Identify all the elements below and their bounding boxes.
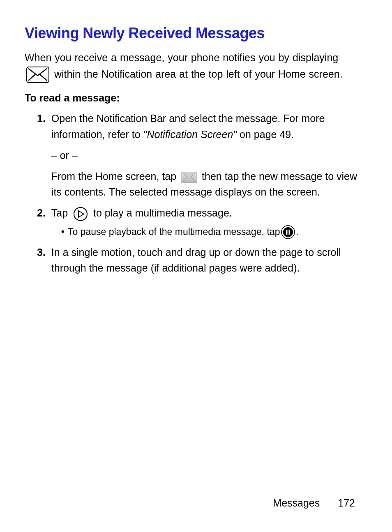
- step-2: 2. Tap to play a multimedia message. • T…: [25, 205, 367, 239]
- step-3-text: In a single motion, touch and drag up or…: [51, 246, 341, 274]
- step-1: 1. Open the Notification Bar and select …: [25, 111, 367, 200]
- step-number: 1.: [25, 111, 51, 200]
- step-3: 3. In a single motion, touch and drag up…: [25, 244, 367, 276]
- step-number: 3.: [25, 244, 51, 276]
- step-1-text-2a: From the Home screen, tap: [51, 170, 179, 182]
- step-2-text-b: to play a multimedia message.: [93, 207, 232, 219]
- bullet-item: • To pause playback of the multimedia me…: [61, 225, 363, 240]
- step-content: Open the Notification Bar and select the…: [51, 111, 367, 200]
- footer-section: Messages: [273, 497, 320, 509]
- bullet-text-a: To pause playback of the multimedia mess…: [68, 225, 280, 239]
- step-2-text-a: Tap: [51, 207, 71, 219]
- bullet-dot: •: [61, 225, 65, 239]
- pause-circle-icon: [281, 225, 295, 240]
- footer-page-number: 172: [338, 497, 355, 509]
- intro-paragraph: When you receive a message, your phone n…: [25, 49, 367, 83]
- cross-reference: "Notification Screen": [143, 129, 240, 140]
- play-circle-icon: [73, 207, 88, 221]
- bullet-text-b: .: [296, 225, 299, 239]
- step-content: Tap to play a multimedia message. • To p…: [51, 205, 367, 239]
- or-separator: – or –: [51, 147, 363, 164]
- svg-rect-5: [289, 230, 291, 235]
- step-1-ref-suffix: on page 49.: [240, 129, 294, 140]
- step-content: In a single motion, touch and drag up or…: [51, 244, 367, 276]
- intro-text-2: within the Notification area at the top …: [54, 68, 343, 80]
- envelope-outline-icon: [26, 67, 49, 83]
- subheading: To read a message:: [25, 92, 367, 104]
- svg-point-3: [283, 227, 293, 237]
- intro-text-1: When you receive a message, your phone n…: [25, 52, 338, 63]
- page-title: Viewing Newly Received Messages: [25, 25, 367, 42]
- mail-gray-icon: [181, 170, 197, 184]
- svg-rect-4: [286, 230, 288, 235]
- page-footer: Messages 172: [273, 497, 355, 509]
- svg-point-1: [74, 207, 87, 221]
- step-number: 2.: [25, 205, 51, 239]
- step-1-alt: From the Home screen, tap then tap the n…: [51, 168, 363, 200]
